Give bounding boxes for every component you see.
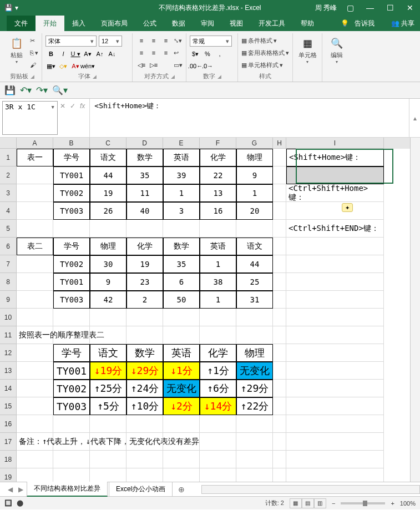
zoom-slider[interactable] bbox=[341, 502, 385, 504]
cell[interactable]: 35 bbox=[163, 255, 200, 273]
cell[interactable] bbox=[286, 166, 384, 184]
font-color2-button[interactable]: A▾ bbox=[70, 61, 81, 71]
row-header-17[interactable]: 17 bbox=[0, 433, 17, 451]
cell[interactable] bbox=[286, 397, 384, 415]
cell[interactable] bbox=[17, 468, 53, 482]
sheet-tab-active[interactable]: 不同结构表格对比差异 bbox=[27, 482, 108, 497]
cell[interactable] bbox=[53, 415, 90, 433]
cell[interactable]: 无变化 bbox=[236, 362, 273, 380]
align-middle-button[interactable]: ≡ bbox=[148, 36, 159, 46]
col-header-C[interactable]: C bbox=[90, 138, 126, 149]
format-painter-button[interactable]: 🖌 bbox=[30, 60, 38, 70]
cell[interactable] bbox=[286, 326, 384, 344]
add-sheet-button[interactable]: ⊕ bbox=[174, 485, 189, 494]
row-header-7[interactable]: 7 bbox=[0, 255, 17, 273]
cell[interactable]: <Ctrl+Shift+END>键： bbox=[286, 220, 384, 238]
cell[interactable]: TY003 bbox=[53, 397, 90, 415]
tab-file[interactable]: 文件 bbox=[7, 16, 36, 31]
sheet-area[interactable]: ABCDEFGHI 1表一学号语文数学英语化学物理<Shift+Home>键：2… bbox=[0, 138, 420, 482]
cell[interactable] bbox=[286, 291, 384, 309]
cell[interactable]: 1 bbox=[200, 255, 236, 273]
cells-button[interactable]: ▦ 单元格 ▾ bbox=[296, 34, 318, 79]
cell[interactable] bbox=[236, 468, 273, 482]
zoom-out-button[interactable]: − bbox=[332, 500, 335, 507]
cell[interactable] bbox=[163, 433, 200, 451]
cell[interactable]: 19 bbox=[90, 184, 126, 202]
cell[interactable] bbox=[126, 433, 163, 451]
col-header-G[interactable]: G bbox=[236, 138, 273, 149]
select-all-corner[interactable] bbox=[0, 138, 17, 149]
row-header-13[interactable]: 13 bbox=[0, 362, 17, 380]
row-header-1[interactable]: 1 bbox=[0, 149, 17, 166]
cell[interactable]: 数学 bbox=[126, 344, 163, 362]
cell[interactable] bbox=[273, 309, 286, 326]
cell[interactable]: 英语 bbox=[163, 149, 200, 166]
tab-data[interactable]: 数据 bbox=[164, 16, 193, 31]
font-name-combo[interactable]: 宋体▾ bbox=[45, 36, 97, 47]
cell[interactable]: 备注：↑代表上升，↓代表下降，无变化代表没有差异 bbox=[17, 433, 53, 451]
cell[interactable]: 31 bbox=[236, 291, 273, 309]
cell[interactable]: 2 bbox=[126, 291, 163, 309]
sheet-tab-other[interactable]: Excel办公小动画 bbox=[109, 482, 173, 497]
save-button[interactable]: 💾 bbox=[4, 85, 16, 95]
comma-button[interactable]: , bbox=[214, 49, 225, 59]
cell[interactable]: 35 bbox=[126, 166, 163, 184]
cell[interactable]: 数学 bbox=[126, 149, 163, 166]
normal-view-button[interactable]: ▦ bbox=[290, 498, 302, 508]
cell[interactable]: ↑24分 bbox=[126, 380, 163, 397]
cell[interactable] bbox=[286, 468, 384, 482]
tab-view[interactable]: 视图 bbox=[222, 16, 251, 31]
tab-home[interactable]: 开始 bbox=[36, 16, 64, 31]
cell[interactable]: 30 bbox=[90, 255, 126, 273]
cell[interactable]: 16 bbox=[200, 202, 236, 220]
cell[interactable]: TY001 bbox=[53, 166, 90, 184]
copy-button[interactable]: ⎘▾ bbox=[30, 48, 38, 58]
col-header-H[interactable]: H bbox=[273, 138, 286, 149]
cell[interactable] bbox=[273, 238, 286, 255]
decrease-font-button[interactable]: A↓ bbox=[107, 49, 118, 59]
cell[interactable] bbox=[17, 380, 53, 397]
cell[interactable]: 1 bbox=[163, 184, 200, 202]
tab-insert[interactable]: 插入 bbox=[64, 16, 93, 31]
cell[interactable] bbox=[286, 433, 384, 451]
macro-record-button[interactable]: ⬤ bbox=[17, 499, 23, 507]
cell[interactable] bbox=[53, 451, 90, 468]
row-header-4[interactable]: 4 bbox=[0, 202, 17, 220]
cell[interactable] bbox=[126, 326, 163, 344]
cell[interactable] bbox=[17, 202, 53, 220]
col-header-A[interactable]: A bbox=[17, 138, 53, 149]
page-break-view-button[interactable]: ▥ bbox=[314, 498, 326, 508]
cell[interactable] bbox=[273, 326, 286, 344]
indent-decrease-button[interactable]: ◁≡ bbox=[136, 60, 147, 70]
cell[interactable]: ↓1分 bbox=[163, 362, 200, 380]
cell[interactable] bbox=[90, 451, 126, 468]
cell[interactable] bbox=[90, 433, 126, 451]
minimize-button[interactable]: — bbox=[360, 0, 380, 16]
cell[interactable]: 数学 bbox=[163, 238, 200, 255]
cell[interactable]: 25 bbox=[236, 273, 273, 291]
cell[interactable] bbox=[163, 451, 200, 468]
cell[interactable] bbox=[17, 344, 53, 362]
cell[interactable]: 44 bbox=[90, 166, 126, 184]
phonetic-button[interactable]: wén▾ bbox=[82, 61, 93, 71]
orientation-button[interactable]: ⤡▾ bbox=[174, 36, 183, 46]
border-button[interactable]: ▦▾ bbox=[45, 61, 57, 71]
cell[interactable]: 40 bbox=[126, 202, 163, 220]
align-top-button[interactable]: ≡ bbox=[136, 36, 147, 46]
cell[interactable] bbox=[286, 362, 384, 380]
cell[interactable] bbox=[17, 309, 53, 326]
fill-color-button[interactable]: ◇▾ bbox=[58, 61, 69, 71]
cell[interactable] bbox=[17, 166, 53, 184]
cell[interactable]: 44 bbox=[236, 255, 273, 273]
formula-expand-button[interactable]: ▴ bbox=[409, 99, 420, 137]
row-header-3[interactable]: 3 bbox=[0, 184, 17, 202]
align-right-button[interactable]: ≡ bbox=[160, 48, 171, 58]
cell[interactable]: 26 bbox=[90, 202, 126, 220]
cell[interactable]: <Shift+Home>键： bbox=[286, 149, 384, 166]
redo-button[interactable]: ↷▾ bbox=[36, 85, 48, 95]
cell[interactable] bbox=[163, 468, 200, 482]
name-box[interactable]: 3R x 1C▾ bbox=[2, 101, 58, 135]
maximize-button[interactable]: ☐ bbox=[380, 0, 400, 16]
row-header-6[interactable]: 6 bbox=[0, 238, 17, 255]
row-header-8[interactable]: 8 bbox=[0, 273, 17, 291]
